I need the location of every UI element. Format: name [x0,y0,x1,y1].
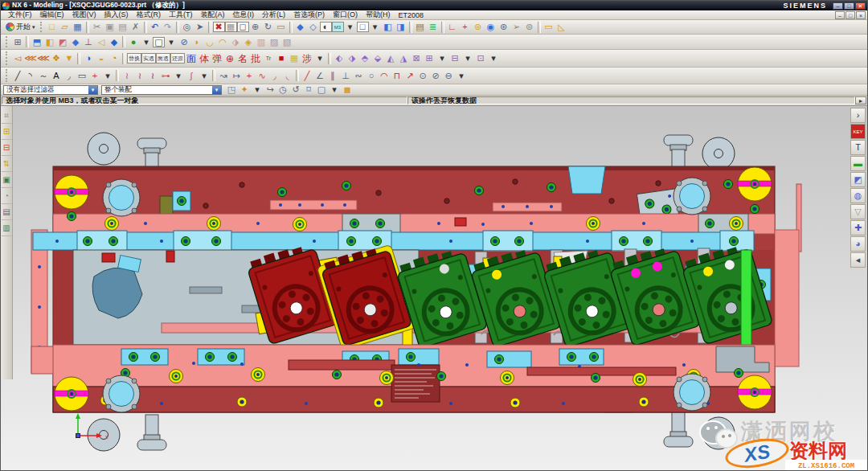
top-view-icon[interactable]: ◩ [56,36,69,48]
reset-filter-icon[interactable]: ↺ [289,84,302,96]
toolbar-icon[interactable] [122,53,125,64]
datum-csys-icon[interactable]: ⊥ [82,36,95,48]
blend-icon[interactable]: ◡ [203,36,216,48]
constraint-line-icon[interactable]: ╱ [301,70,313,82]
perpendicular-constraint-icon[interactable]: ⊥ [339,70,352,82]
sketch-icon[interactable]: ● [127,36,140,48]
thicken-icon[interactable]: ▼ [63,52,76,64]
menu-preferences[interactable]: 首选项(P) [289,10,329,20]
hd3d-tools-tab[interactable]: ▣ [2,172,12,188]
menu-help[interactable]: 帮助(H) [362,10,395,20]
radius-icon[interactable]: ⊖ [442,70,455,82]
start-button[interactable]: 开始 ▾ [3,22,38,32]
selection-filter-dropdown[interactable]: 没有选择过滤器 ▾ [3,85,98,95]
caret-icon[interactable]: ▾ [328,84,341,96]
orient-view2-icon[interactable]: ◨ [395,21,407,33]
wave-copy-icon[interactable]: ⬘ [358,52,371,64]
toolbar-icon[interactable] [77,53,80,64]
csys-icon[interactable]: ∟ [446,21,459,33]
rectangle-select-icon[interactable]: ▢ [315,84,328,96]
wcs-dynamics-icon[interactable]: ⊚ [472,21,485,33]
offset-surface-icon[interactable]: ◅ [11,52,24,64]
selection-scope-dropdown[interactable]: 整个装配 ▾ [101,85,222,95]
cut-icon[interactable]: ✂ [91,21,104,33]
part-navigator-icon[interactable]: ▤ [414,21,427,33]
highlight-icon[interactable]: ✦ [238,84,251,96]
datum-plane-icon[interactable]: □ [357,22,369,32]
menu-information[interactable]: 信息(I) [229,10,259,20]
save-icon[interactable]: ▦ [72,21,84,33]
red-solid-icon[interactable]: ■ [275,52,288,64]
wave-add-icon[interactable]: ⊞ [423,52,436,64]
m3-view-icon[interactable]: M3 [332,22,344,32]
offset-curve-icon[interactable]: ≀ [121,70,133,82]
chamfer-curve-icon[interactable]: ◟ [281,70,294,82]
undo-icon[interactable]: ↶ [149,21,162,33]
toolbar-icon[interactable] [538,22,541,33]
wave-promote-icon[interactable]: ◮ [397,52,410,64]
arrow-icon[interactable]: ➢ [510,21,523,33]
intersect-curve-icon[interactable]: ≀ [146,70,159,82]
menu-assemblies[interactable]: 装配(A) [197,10,229,20]
selection-icon[interactable]: ⊛ [497,21,510,33]
menu-insert[interactable]: 插入(S) [100,10,133,20]
restore-button[interactable]: 还原 [170,53,185,63]
trim-body-icon[interactable]: ◑ [82,52,95,64]
diameter-icon[interactable]: ⊘ [429,70,442,82]
split-body-icon[interactable]: ◒ [95,52,108,64]
reuse-library-tab[interactable]: ⇅ [2,156,12,172]
wave-edit-icon[interactable]: ⊡ [474,52,487,64]
deferred-icon[interactable]: ◷ [276,84,289,96]
body-button[interactable]: 体 [198,52,211,64]
toolbar-grip[interactable] [40,22,43,33]
yellow-solid-icon[interactable]: ▦ [288,52,301,64]
rectangle-icon[interactable]: ▭ [76,70,88,82]
toolbar-grip[interactable] [6,69,9,82]
menu-file[interactable]: 文件(F) [4,10,36,20]
isometric-view-icon[interactable]: ◧ [43,36,56,48]
open-icon[interactable]: ▱ [59,21,72,33]
die-tool-icon[interactable]: ◍ [850,188,866,203]
extension-icon[interactable]: ⋘ [24,52,37,64]
line-icon[interactable]: ╱ [11,70,24,82]
toolbar-icon[interactable] [328,53,331,64]
make-corner-icon[interactable]: + [243,70,256,82]
ruled-icon[interactable]: ⬗ [229,36,242,48]
wave-delete-icon[interactable]: ⊠ [410,52,423,64]
toolbar-icon[interactable] [176,22,179,33]
cross-tool-icon[interactable]: ✚ [850,220,866,236]
green-insert-tool-icon[interactable]: ▬ [850,156,866,171]
arc-icon[interactable]: ◝ [24,70,37,82]
combined-projection-icon[interactable]: ⊶ [159,70,172,82]
toolbar-icon[interactable] [212,70,215,81]
key-tool-icon[interactable]: KEY [850,124,866,139]
zoom-icon[interactable]: ⊕ [249,21,262,33]
menu-tools[interactable]: 工具(T) [165,10,197,20]
child-restore-button[interactable]: □ [845,11,855,19]
solid-select-icon[interactable]: ◼ [341,84,354,96]
n-sided-icon[interactable]: ▧ [280,36,293,48]
tangent-constraint-icon[interactable]: ∾ [352,70,365,82]
restore-button[interactable]: □ [844,2,854,10]
face-translucent-button[interactable]: 面透 [156,53,170,63]
toolbar-icon[interactable] [26,36,29,47]
punch-tool-icon[interactable]: ◩ [850,172,866,187]
graphics-viewport[interactable]: x ⌗⊞⊟⇅▣◔▤▥ ›KEYT▬◩◍▽✚◕◂ 潇洒网校 XS 资料网 ZL.X… [1,106,867,471]
menu-view[interactable]: 视图(V) [68,10,100,20]
toolbar-grip[interactable] [6,36,9,47]
toolbar-icon[interactable] [208,22,211,33]
measure-distance-icon[interactable]: ▭ [542,21,555,33]
wave-geometry-icon[interactable]: ⬗ [346,52,358,64]
caret-icon[interactable]: ▾ [101,70,114,82]
window-split-icon[interactable]: ⊞ [11,36,24,48]
toolbar-icon[interactable] [122,36,125,47]
section-curve-icon[interactable]: ∫ [185,70,198,82]
face-button[interactable]: 面 [185,52,198,64]
shaded-view-icon[interactable]: ◆ [294,21,307,33]
revolve-icon[interactable]: ◗ [190,36,203,48]
touch-mode-icon[interactable]: ➤ [194,21,207,33]
center-button[interactable]: ⊕ [223,52,236,64]
rotate-view-icon[interactable]: ↻ [262,21,275,33]
select-loop-icon[interactable]: ↪ [264,84,276,96]
menu-analysis[interactable]: 分析(L) [258,10,289,20]
